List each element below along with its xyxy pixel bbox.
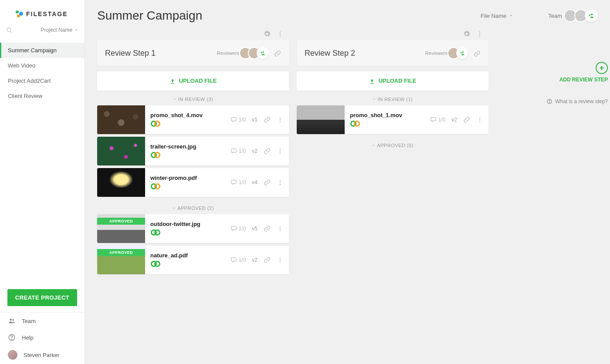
file-name: outdoor-twitter.jpg <box>150 221 230 227</box>
file-thumbnail <box>297 105 345 134</box>
projects-list: Summer CampaignWeb VideoProject Add2Cart… <box>0 40 85 104</box>
section-label[interactable]: IN REVIEW (1) <box>297 91 488 105</box>
more-icon[interactable] <box>277 116 284 123</box>
svg-point-9 <box>280 35 281 36</box>
svg-rect-20 <box>231 149 236 152</box>
sidebar-user-link[interactable]: Steven Parker <box>0 346 85 364</box>
comment-count[interactable]: 1/0 <box>430 116 446 123</box>
svg-point-8 <box>280 34 281 34</box>
more-icon[interactable] <box>476 30 483 37</box>
svg-point-23 <box>280 152 281 153</box>
more-icon[interactable] <box>277 179 284 186</box>
svg-rect-49 <box>431 118 436 121</box>
file-thumbnail <box>97 105 145 134</box>
add-person-icon <box>588 12 595 19</box>
svg-point-54 <box>549 102 550 103</box>
topbar: Summer Campaign File Name Team <box>85 0 610 27</box>
file-link-icon[interactable] <box>264 179 271 186</box>
add-reviewer-button[interactable] <box>456 47 468 59</box>
svg-point-43 <box>479 34 480 34</box>
file-link-icon[interactable] <box>463 116 470 123</box>
gear-icon[interactable] <box>264 30 271 37</box>
svg-rect-11 <box>170 83 174 84</box>
add-team-member-button[interactable] <box>585 9 598 22</box>
add-reviewer-button[interactable] <box>257 47 269 59</box>
sidebar-help-link[interactable]: Help <box>0 329 85 346</box>
comment-count[interactable]: 1/0 <box>230 179 246 185</box>
reviewers-label: Reviewers <box>425 51 447 56</box>
svg-point-50 <box>479 117 480 118</box>
svg-point-2 <box>10 319 12 321</box>
svg-point-3 <box>12 319 14 321</box>
upload-file-button[interactable]: UPLOAD FILE <box>97 71 289 91</box>
status-indicator-icon <box>150 152 230 158</box>
project-sort-dropdown[interactable]: Project Name <box>41 27 78 33</box>
file-thumbnail: APPROVED <box>97 214 145 243</box>
add-step-column: +ADD REVIEW STEPWhat is a review step? <box>496 27 610 364</box>
svg-rect-46 <box>370 83 374 84</box>
plus-circle-icon: + <box>596 62 608 74</box>
add-review-step-button[interactable]: +ADD REVIEW STEP <box>496 62 610 83</box>
what-is-review-step-link[interactable]: What is a review step? <box>496 98 610 104</box>
status-indicator-icon <box>150 229 230 236</box>
file-card[interactable]: winter-promo.pdf1/0v4 <box>97 168 289 197</box>
main: Summer Campaign File Name Team Review St… <box>85 0 610 364</box>
file-link-icon[interactable] <box>264 225 271 232</box>
svg-point-33 <box>280 226 281 227</box>
svg-rect-38 <box>231 258 236 261</box>
section-label[interactable]: IN REVIEW (3) <box>97 91 289 105</box>
logo: FILESTAGE <box>0 0 85 23</box>
svg-point-51 <box>479 119 480 120</box>
svg-point-40 <box>280 259 281 260</box>
file-link-icon[interactable] <box>264 116 271 123</box>
filename-sort-label: File Name <box>481 13 506 19</box>
file-card[interactable]: APPROVEDnature_ad.pdf1/0v2 <box>97 246 289 274</box>
file-link-icon[interactable] <box>264 256 271 263</box>
more-icon[interactable] <box>277 225 284 232</box>
file-card[interactable]: promo_shot_4.mov1/0v1 <box>97 105 289 134</box>
svg-point-39 <box>280 257 281 258</box>
review-column: Review Step 2ReviewersUPLOAD FILE IN REV… <box>297 27 488 364</box>
user-avatar <box>8 350 17 360</box>
svg-rect-32 <box>231 226 236 230</box>
svg-rect-14 <box>231 118 236 121</box>
sidebar-project-item[interactable]: Summer Campaign <box>0 43 85 58</box>
share-link-icon[interactable] <box>474 49 481 57</box>
sidebar-project-item[interactable]: Project Add2Cart <box>0 73 85 88</box>
file-card[interactable]: trailer-screen.jpg1/0v2 <box>97 137 289 165</box>
section-label[interactable]: APPROVED (0) <box>297 137 488 152</box>
more-icon[interactable] <box>277 256 284 263</box>
team-icon <box>8 317 16 325</box>
svg-point-15 <box>280 117 281 118</box>
review-columns: Review Step 1ReviewersUPLOAD FILE IN REV… <box>85 27 610 364</box>
svg-point-0 <box>7 28 11 32</box>
logo-icon <box>16 10 23 17</box>
sidebar-project-item[interactable]: Client Review <box>0 88 85 104</box>
section-label[interactable]: APPROVED (2) <box>97 199 289 214</box>
svg-point-28 <box>280 182 281 182</box>
filename-sort-dropdown[interactable]: File Name <box>481 13 513 19</box>
svg-point-45 <box>462 51 464 53</box>
gear-icon[interactable] <box>463 30 470 37</box>
user-name: Steven Parker <box>24 352 59 358</box>
comment-count[interactable]: 1/0 <box>230 225 246 232</box>
file-card[interactable]: promo_shot_1.mov1/0v2 <box>297 105 488 134</box>
svg-point-7 <box>280 31 281 32</box>
comment-count[interactable]: 1/0 <box>230 148 246 154</box>
search-icon[interactable] <box>6 26 13 34</box>
comment-count[interactable]: 1/0 <box>230 256 246 263</box>
status-indicator-icon <box>150 120 230 127</box>
more-icon[interactable] <box>277 148 284 155</box>
upload-file-button[interactable]: UPLOAD FILE <box>297 71 488 91</box>
more-icon[interactable] <box>476 116 483 123</box>
file-link-icon[interactable] <box>264 148 271 155</box>
share-link-icon[interactable] <box>274 49 281 57</box>
sidebar-project-item[interactable]: Web Video <box>0 58 85 73</box>
more-icon[interactable] <box>277 30 284 37</box>
file-card[interactable]: APPROVEDoutdoor-twitter.jpg1/0v5 <box>97 214 289 243</box>
file-name: trailer-screen.jpg <box>150 143 230 150</box>
file-thumbnail <box>97 168 145 197</box>
comment-count[interactable]: 1/0 <box>230 116 246 123</box>
create-project-button[interactable]: CREATE PROJECT <box>7 289 78 306</box>
sidebar-team-link[interactable]: Team <box>0 313 85 329</box>
